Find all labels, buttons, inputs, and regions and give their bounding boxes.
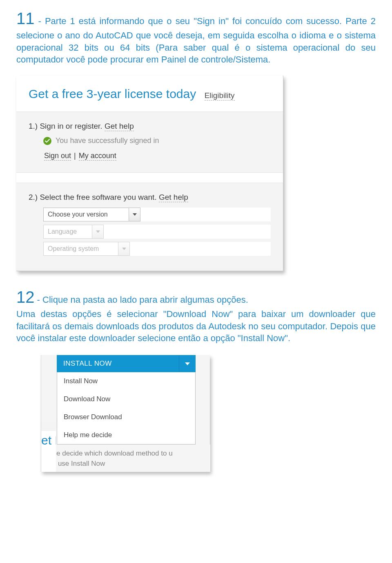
version-dropdown-label: Choose your version: [43, 208, 129, 221]
step2-line: 2.) Select the free software you want. G…: [29, 193, 271, 202]
cropped-left-fragment: et H: [41, 421, 56, 472]
chevron-down-icon: [118, 242, 130, 256]
chevron-down-icon[interactable]: [179, 355, 196, 372]
my-account-link[interactable]: My account: [79, 152, 116, 161]
menu-download-now[interactable]: Download Now: [57, 390, 195, 408]
install-now-label: INSTALL NOW: [57, 355, 179, 372]
step1-get-help-link[interactable]: Get help: [105, 122, 134, 131]
cropped-heading-fragment: et H: [41, 433, 56, 447]
step-12-lead: - Clique na pasta ao lado para abrir alg…: [35, 295, 248, 305]
license-header: Get a free 3-year license today Eligibil…: [16, 76, 283, 107]
menu-help-me-decide[interactable]: Help me decide: [57, 426, 195, 444]
cropped-line-2: w to use Install Now: [43, 459, 210, 469]
step2-panel: 2.) Select the free software you want. G…: [16, 183, 283, 271]
menu-browser-download[interactable]: Browser Download: [57, 408, 195, 426]
install-menu: Install Now Download Now Browser Downloa…: [57, 372, 196, 445]
step-12-rest: Uma destas opções é selecionar "Download…: [16, 308, 376, 344]
menu-install-now[interactable]: Install Now: [57, 372, 195, 390]
panel-gap: [16, 173, 283, 179]
chevron-down-icon: [129, 208, 140, 221]
install-panel: INSTALL NOW Install Now Download Now Bro…: [41, 355, 210, 472]
signin-success-text: You have successfully signed in: [56, 136, 159, 145]
step-number-11: 11: [16, 9, 35, 27]
instruction-12: 12 - Clique na pasta ao lado para abrir …: [16, 286, 376, 344]
step-11-text: - Parte 1 está informando que o seu "Sig…: [16, 16, 376, 65]
language-dropdown[interactable]: Language: [43, 225, 271, 239]
step1-prefix: 1.) Sign in or register.: [29, 122, 105, 130]
step-number-12: 12: [16, 288, 35, 306]
os-dropdown[interactable]: Operating system: [43, 242, 271, 256]
os-dropdown-label: Operating system: [43, 242, 118, 256]
install-now-button[interactable]: INSTALL NOW: [57, 355, 196, 372]
language-dropdown-label: Language: [43, 225, 92, 239]
screenshot-install-menu: INSTALL NOW Install Now Download Now Bro…: [41, 355, 210, 472]
chevron-down-icon: [92, 225, 104, 239]
screenshot-license-panel: Get a free 3-year license today Eligibil…: [16, 76, 283, 271]
step1-panel: 1.) Sign in or register. Get help You ha…: [16, 112, 283, 173]
link-separator: |: [72, 152, 78, 160]
version-dropdown[interactable]: Choose your version: [43, 208, 271, 221]
cropped-line-1: lp me decide which download method to u: [43, 449, 210, 459]
signin-success-row: You have successfully signed in: [43, 136, 271, 145]
instruction-11: 11 - Parte 1 está informando que o seu "…: [16, 7, 376, 66]
cropped-bottom-text: lp me decide which download method to u …: [42, 445, 210, 472]
step1-line: 1.) Sign in or register. Get help: [29, 122, 271, 131]
account-links: Sign out | My account: [43, 152, 271, 160]
eligibility-link[interactable]: Eligibility: [205, 91, 235, 101]
step2-get-help-link[interactable]: Get help: [159, 193, 188, 202]
step2-prefix: 2.) Select the free software you want.: [29, 193, 159, 201]
license-title: Get a free 3-year license today: [29, 87, 196, 101]
sign-out-link[interactable]: Sign out: [44, 152, 71, 161]
check-icon: [43, 137, 51, 145]
